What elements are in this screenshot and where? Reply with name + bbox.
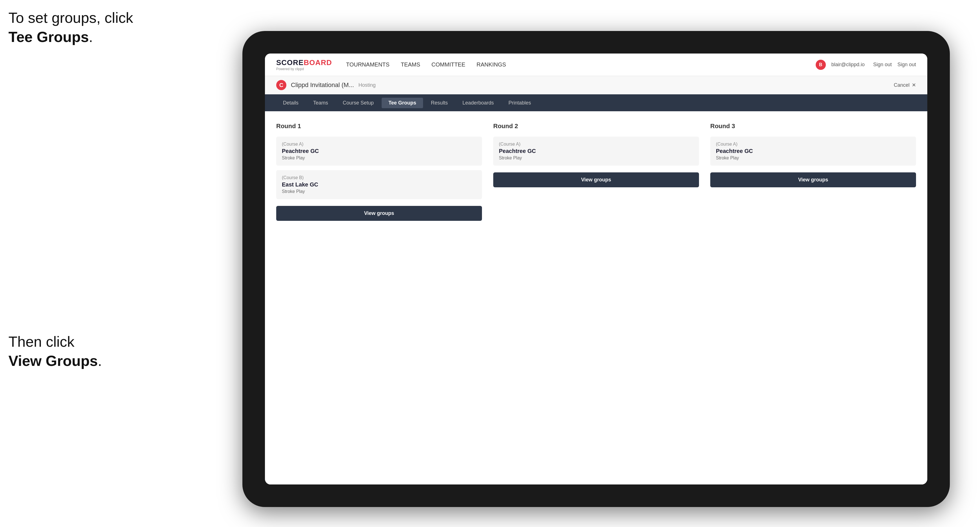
logo-area: SCOREBOARD Powered by clippd (276, 58, 332, 71)
round-1-course-a-label: (Course A) (282, 142, 476, 147)
tab-teams[interactable]: Teams (306, 98, 335, 108)
round-3-title: Round 3 (710, 122, 916, 130)
sign-out-text[interactable]: Sign out (897, 62, 916, 68)
logo-sub: Powered by clippd (276, 67, 304, 71)
cancel-x-icon: ✕ (912, 82, 916, 88)
round-1-course-b-name: East Lake GC (282, 181, 476, 188)
rounds-grid: Round 1 (Course A) Peachtree GC Stroke P… (276, 122, 916, 221)
round-1-view-groups-button[interactable]: View groups (276, 206, 482, 221)
tab-details[interactable]: Details (276, 98, 305, 108)
tab-results[interactable]: Results (424, 98, 455, 108)
sign-out-link[interactable]: Sign out (873, 62, 892, 68)
tab-printables[interactable]: Printables (502, 98, 538, 108)
tab-course-setup[interactable]: Course Setup (336, 98, 380, 108)
instruction-bottom-line1: Then click (8, 332, 102, 351)
round-2-course-a-label: (Course A) (499, 142, 694, 147)
tab-leaderboards[interactable]: Leaderboards (456, 98, 501, 108)
round-2-title: Round 2 (493, 122, 699, 130)
round-3-course-a-name: Peachtree GC (716, 148, 910, 154)
top-nav: SCOREBOARD Powered by clippd TOURNAMENTS… (265, 54, 927, 76)
instruction-top-line2: Tee Groups. (8, 28, 133, 47)
tab-bar: Details Teams Course Setup Tee Groups Re… (265, 94, 927, 111)
clippd-logo: C (276, 80, 286, 90)
round-1-course-a-card: (Course A) Peachtree GC Stroke Play (276, 137, 482, 166)
round-3-course-a-card: (Course A) Peachtree GC Stroke Play (710, 137, 916, 166)
sub-header-left: C Clippd Invitational (M... Hosting (276, 80, 376, 90)
nav-committee[interactable]: COMMITTEE (431, 61, 465, 68)
hosting-badge: Hosting (358, 82, 376, 88)
instruction-top: To set groups, click Tee Groups. (8, 8, 133, 46)
main-content: Round 1 (Course A) Peachtree GC Stroke P… (265, 111, 927, 484)
user-email: blair@clippd.io (832, 62, 865, 68)
tablet-frame: SCOREBOARD Powered by clippd TOURNAMENTS… (242, 31, 950, 507)
round-3-column: Round 3 (Course A) Peachtree GC Stroke P… (710, 122, 916, 221)
round-1-column: Round 1 (Course A) Peachtree GC Stroke P… (276, 122, 482, 221)
round-1-course-b-format: Stroke Play (282, 189, 476, 194)
round-1-course-a-name: Peachtree GC (282, 148, 476, 154)
sub-header: C Clippd Invitational (M... Hosting Canc… (265, 76, 927, 94)
round-2-view-groups-button[interactable]: View groups (493, 172, 699, 187)
tab-tee-groups[interactable]: Tee Groups (382, 98, 423, 108)
user-avatar: B (816, 60, 826, 70)
round-1-course-b-label: (Course B) (282, 175, 476, 180)
round-3-course-a-format: Stroke Play (716, 156, 910, 160)
logo-text: SCOREBOARD (276, 58, 332, 67)
nav-rankings[interactable]: RANKINGS (477, 61, 506, 68)
nav-links: TOURNAMENTS TEAMS COMMITTEE RANKINGS (346, 61, 506, 68)
nav-teams[interactable]: TEAMS (401, 61, 420, 68)
tablet-screen: SCOREBOARD Powered by clippd TOURNAMENTS… (265, 54, 927, 484)
nav-left: SCOREBOARD Powered by clippd TOURNAMENTS… (276, 58, 506, 71)
nav-right: B blair@clippd.io Sign out Sign out (816, 60, 916, 70)
round-2-course-a-name: Peachtree GC (499, 148, 694, 154)
round-2-course-a-card: (Course A) Peachtree GC Stroke Play (493, 137, 699, 166)
nav-tournaments[interactable]: TOURNAMENTS (346, 61, 390, 68)
instruction-bottom: Then click View Groups. (8, 332, 102, 370)
round-3-view-groups-button[interactable]: View groups (710, 172, 916, 187)
cancel-button[interactable]: Cancel ✕ (894, 82, 916, 88)
round-1-title: Round 1 (276, 122, 482, 130)
event-title: Clippd Invitational (M... (291, 81, 354, 89)
instruction-bottom-line2: View Groups. (8, 351, 102, 371)
round-2-course-a-format: Stroke Play (499, 156, 694, 160)
instruction-top-line1: To set groups, click (8, 8, 133, 28)
round-1-course-a-format: Stroke Play (282, 156, 476, 160)
round-1-course-b-card: (Course B) East Lake GC Stroke Play (276, 170, 482, 199)
round-2-column: Round 2 (Course A) Peachtree GC Stroke P… (493, 122, 699, 221)
round-3-course-a-label: (Course A) (716, 142, 910, 147)
